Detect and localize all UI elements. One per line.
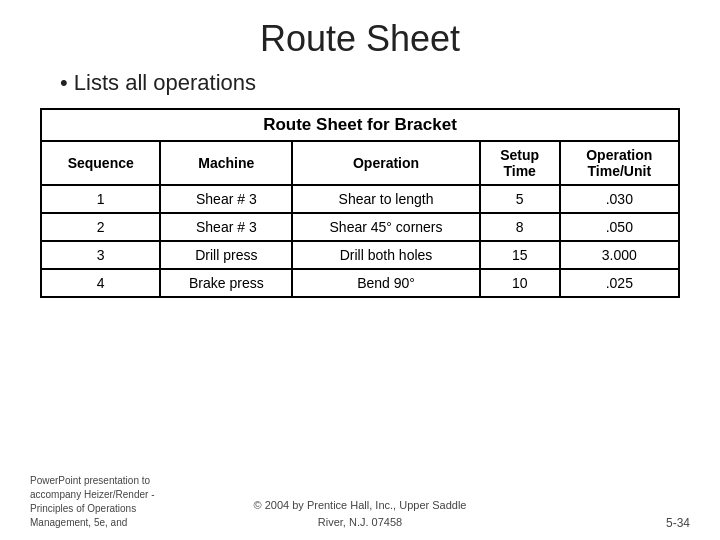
cell-setup-3: 10 xyxy=(480,269,560,297)
table-header-row: Sequence Machine Operation SetupTime Ope… xyxy=(41,141,679,185)
table-row: 3Drill pressDrill both holes153.000 xyxy=(41,241,679,269)
bullet-point: • Lists all operations xyxy=(0,70,720,108)
route-table: Route Sheet for Bracket Sequence Machine… xyxy=(40,108,680,298)
cell-setup-0: 5 xyxy=(480,185,560,213)
footer-left: PowerPoint presentation to accompany Hei… xyxy=(30,474,155,530)
cell-machine-1: Shear # 3 xyxy=(160,213,292,241)
cell-setup-2: 15 xyxy=(480,241,560,269)
table-body: 1Shear # 3Shear to length5.0302Shear # 3… xyxy=(41,185,679,297)
table-row: 4Brake pressBend 90°10.025 xyxy=(41,269,679,297)
col-setup-time: SetupTime xyxy=(480,141,560,185)
table-row: 1Shear # 3Shear to length5.030 xyxy=(41,185,679,213)
cell-seq-2: 3 xyxy=(41,241,160,269)
cell-operation-1: Shear 45° corners xyxy=(292,213,480,241)
table-container: Route Sheet for Bracket Sequence Machine… xyxy=(40,108,680,298)
cell-optime-2: 3.000 xyxy=(560,241,679,269)
table-caption: Route Sheet for Bracket xyxy=(40,108,680,140)
col-op-time: OperationTime/Unit xyxy=(560,141,679,185)
cell-seq-3: 4 xyxy=(41,269,160,297)
footer-right: 5-34 xyxy=(666,516,690,530)
table-row: 2Shear # 3Shear 45° corners8.050 xyxy=(41,213,679,241)
cell-seq-1: 2 xyxy=(41,213,160,241)
cell-machine-0: Shear # 3 xyxy=(160,185,292,213)
col-operation: Operation xyxy=(292,141,480,185)
cell-machine-2: Drill press xyxy=(160,241,292,269)
cell-optime-3: .025 xyxy=(560,269,679,297)
cell-operation-3: Bend 90° xyxy=(292,269,480,297)
footer-center: © 2004 by Prentice Hall, Inc., Upper Sad… xyxy=(254,497,467,530)
col-machine: Machine xyxy=(160,141,292,185)
cell-seq-0: 1 xyxy=(41,185,160,213)
cell-optime-1: .050 xyxy=(560,213,679,241)
cell-setup-1: 8 xyxy=(480,213,560,241)
cell-optime-0: .030 xyxy=(560,185,679,213)
cell-operation-0: Shear to length xyxy=(292,185,480,213)
cell-machine-3: Brake press xyxy=(160,269,292,297)
col-sequence: Sequence xyxy=(41,141,160,185)
cell-operation-2: Drill both holes xyxy=(292,241,480,269)
page-title: Route Sheet xyxy=(0,0,720,70)
